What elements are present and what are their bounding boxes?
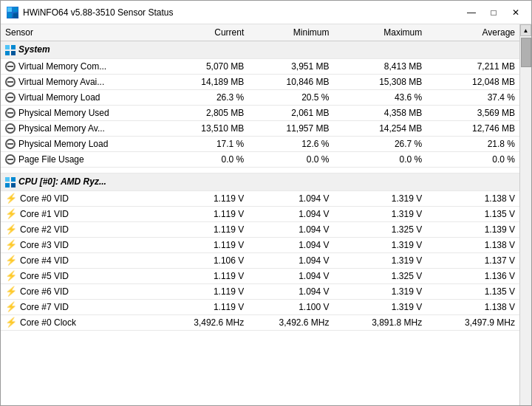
- sensor-name: Physical Memory Load: [18, 139, 108, 149]
- col-current: Current: [163, 24, 248, 41]
- lightning-icon: ⚡: [5, 255, 17, 265]
- table-row[interactable]: ⚡Core #7 VID1.119 V1.100 V1.319 V1.138 V: [1, 299, 519, 314]
- main-window: HWiNFO64 v5.88-3510 Sensor Status — □ ✕ …: [0, 0, 532, 406]
- content-area: Sensor Current Minimum Maximum Average S…: [1, 24, 531, 405]
- cell-average: 1.137 V: [426, 252, 519, 268]
- title-bar: HWiNFO64 v5.88-3510 Sensor Status — □ ✕: [1, 1, 531, 24]
- table-row[interactable]: ⚡Core #0 VID1.119 V1.094 V1.319 V1.138 V: [1, 190, 519, 206]
- cell-current: 1.119 V: [163, 237, 248, 252]
- sensor-name: Core #6 VID: [20, 286, 69, 297]
- svg-rect-5: [11, 45, 16, 49]
- table-row[interactable]: ⚡Core #6 VID1.119 V1.094 V1.319 V1.135 V: [1, 283, 519, 299]
- cell-average: 1.138 V: [426, 190, 519, 206]
- minus-circle-icon: [5, 108, 16, 118]
- table-row[interactable]: Physical Memory Used2,805 MB2,061 MB4,35…: [1, 105, 519, 120]
- scrollbar[interactable]: ▲: [519, 24, 531, 405]
- svg-rect-2: [7, 13, 12, 18]
- lightning-icon: ⚡: [5, 286, 17, 296]
- table-row[interactable]: Page File Usage0.0 %0.0 %0.0 %0.0 %: [1, 151, 519, 167]
- cell-maximum: 1.319 V: [334, 237, 427, 252]
- sensor-name: Page File Usage: [18, 154, 84, 165]
- table-row[interactable]: ⚡Core #1 VID1.119 V1.094 V1.319 V1.135 V: [1, 206, 519, 221]
- cell-average: 3,497.9 MHz: [426, 314, 519, 330]
- minus-circle-icon: [5, 139, 16, 149]
- col-sensor: Sensor: [1, 24, 163, 41]
- lightning-icon: ⚡: [5, 271, 17, 281]
- cell-current: 1.106 V: [163, 252, 248, 268]
- table-row[interactable]: Physical Memory Av...13,510 MB11,957 MB1…: [1, 120, 519, 136]
- cell-minimum: 3,951 MB: [248, 58, 333, 74]
- sensor-name: Virtual Memory Avai...: [18, 77, 104, 87]
- lightning-icon: ⚡: [5, 240, 17, 250]
- title-bar-left: HWiNFO64 v5.88-3510 Sensor Status: [7, 7, 173, 18]
- svg-rect-11: [11, 183, 16, 187]
- cell-current: 14,189 MB: [163, 74, 248, 89]
- lightning-icon: ⚡: [5, 317, 17, 327]
- lightning-icon: ⚡: [5, 193, 17, 203]
- table-row[interactable]: ⚡Core #5 VID1.119 V1.094 V1.325 V1.136 V: [1, 268, 519, 283]
- minimize-button[interactable]: —: [462, 5, 481, 20]
- maximize-button[interactable]: □: [484, 5, 503, 20]
- window-title: HWiNFO64 v5.88-3510 Sensor Status: [23, 7, 173, 18]
- title-bar-controls: — □ ✕: [462, 5, 525, 20]
- table-row[interactable]: Virtual Memory Load26.3 %20.5 %43.6 %37.…: [1, 89, 519, 105]
- sensor-name: Core #5 VID: [20, 271, 69, 281]
- cell-average: 12,746 MB: [426, 120, 519, 136]
- cell-current: 1.119 V: [163, 283, 248, 299]
- svg-rect-0: [7, 7, 12, 12]
- cell-minimum: 1.094 V: [248, 190, 333, 206]
- scroll-up-button[interactable]: ▲: [520, 24, 531, 36]
- cell-minimum: 0.0 %: [248, 151, 333, 167]
- cell-maximum: 26.7 %: [334, 136, 427, 151]
- svg-rect-6: [5, 51, 10, 55]
- cell-minimum: 12.6 %: [248, 136, 333, 151]
- cell-current: 1.119 V: [163, 206, 248, 221]
- close-button[interactable]: ✕: [506, 5, 525, 20]
- sensor-name: Physical Memory Used: [18, 108, 109, 118]
- scroll-thumb[interactable]: [521, 38, 531, 67]
- cell-maximum: 43.6 %: [334, 89, 427, 105]
- cell-current: 26.3 %: [163, 89, 248, 105]
- table-row[interactable]: Physical Memory Load17.1 %12.6 %26.7 %21…: [1, 136, 519, 151]
- col-average: Average: [426, 24, 519, 41]
- cell-current: 1.119 V: [163, 268, 248, 283]
- sensor-name: Core #0 Clock: [20, 317, 76, 328]
- cell-maximum: 1.319 V: [334, 190, 427, 206]
- cell-average: 1.139 V: [426, 221, 519, 237]
- col-minimum: Minimum: [248, 24, 333, 41]
- table-row[interactable]: ⚡Core #0 Clock3,492.6 MHz3,492.6 MHz3,89…: [1, 314, 519, 330]
- cell-average: 21.8 %: [426, 136, 519, 151]
- table-row[interactable]: ⚡Core #4 VID1.106 V1.094 V1.319 V1.137 V: [1, 252, 519, 268]
- app-icon: [7, 7, 18, 18]
- svg-rect-7: [11, 51, 16, 55]
- sensor-name: Core #4 VID: [20, 255, 69, 266]
- cell-maximum: 1.319 V: [334, 206, 427, 221]
- cell-current: 2,805 MB: [163, 105, 248, 120]
- table-row[interactable]: ⚡Core #2 VID1.119 V1.094 V1.325 V1.139 V: [1, 221, 519, 237]
- sensor-name: Physical Memory Av...: [18, 123, 105, 134]
- sensor-name: Core #2 VID: [20, 224, 69, 235]
- cell-minimum: 1.094 V: [248, 268, 333, 283]
- svg-rect-4: [5, 45, 10, 49]
- cell-maximum: 0.0 %: [334, 151, 427, 167]
- sensor-table: Sensor Current Minimum Maximum Average S…: [1, 24, 519, 331]
- cell-average: 1.136 V: [426, 268, 519, 283]
- table-row[interactable]: ⚡Core #3 VID1.119 V1.094 V1.319 V1.138 V: [1, 237, 519, 252]
- cell-minimum: 3,492.6 MHz: [248, 314, 333, 330]
- sensor-name: Virtual Memory Com...: [18, 61, 106, 72]
- cell-current: 0.0 %: [163, 151, 248, 167]
- cell-minimum: 1.100 V: [248, 299, 333, 314]
- cell-minimum: 2,061 MB: [248, 105, 333, 120]
- table-row[interactable]: Virtual Memory Com...5,070 MB3,951 MB8,4…: [1, 58, 519, 74]
- cell-maximum: 15,308 MB: [334, 74, 427, 89]
- lightning-icon: ⚡: [5, 224, 17, 234]
- table-container[interactable]: Sensor Current Minimum Maximum Average S…: [1, 24, 519, 405]
- cell-average: 7,211 MB: [426, 58, 519, 74]
- section-header-row: System: [1, 41, 519, 59]
- svg-rect-9: [11, 177, 16, 182]
- cell-minimum: 20.5 %: [248, 89, 333, 105]
- minus-circle-icon: [5, 123, 16, 134]
- cell-maximum: 1.325 V: [334, 221, 427, 237]
- table-row[interactable]: Virtual Memory Avai...14,189 MB10,846 MB…: [1, 74, 519, 89]
- svg-rect-3: [13, 13, 18, 18]
